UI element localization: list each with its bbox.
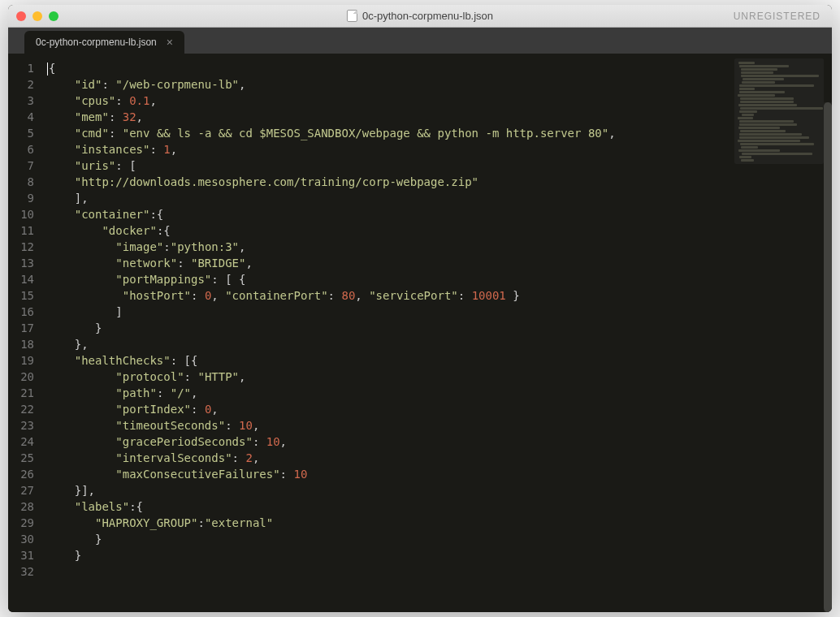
code-line[interactable]: "gracePeriodSeconds": 10, — [47, 434, 832, 450]
minimap-line — [741, 75, 820, 77]
minimap-line — [740, 143, 815, 145]
scrollbar-thumb[interactable] — [824, 102, 832, 612]
window-maximize-button[interactable] — [49, 11, 58, 21]
token-indent — [47, 403, 115, 416]
code-line[interactable]: "docker":{ — [47, 222, 832, 239]
token-punc: , — [149, 94, 156, 107]
token-indent — [47, 321, 95, 334]
token-indent — [47, 484, 75, 497]
token-punc: } — [95, 321, 102, 334]
code-line[interactable]: "mem": 32, — [47, 109, 832, 125]
line-number: 20 — [8, 369, 34, 385]
file-tab[interactable]: 0c-python-corpmenu-lb.json × — [24, 31, 184, 54]
token-punc: : — [157, 386, 171, 399]
minimap[interactable] — [734, 58, 824, 164]
line-number: 26 — [8, 466, 34, 482]
code-line[interactable]: ], — [47, 190, 832, 206]
token-punc: , — [211, 403, 218, 416]
token-str: "/" — [171, 386, 191, 399]
token-punc: : — [197, 516, 204, 529]
line-number: 27 — [8, 482, 34, 498]
minimap-line — [739, 91, 785, 93]
token-indent — [47, 143, 75, 156]
code-line[interactable]: "healthChecks": [{ — [47, 352, 832, 369]
code-line[interactable]: ] — [47, 304, 832, 320]
code-line[interactable]: "id": "/web-corpmenu-lb", — [47, 76, 832, 93]
text-caret — [47, 63, 48, 76]
token-key: "portMappings" — [115, 273, 211, 286]
token-punc: , — [245, 257, 252, 270]
token-str: "HTTP" — [197, 370, 239, 383]
registration-status: UNREGISTERED — [734, 11, 832, 22]
token-num: 2 — [245, 451, 252, 464]
token-punc: , — [171, 143, 177, 156]
token-key: "image" — [115, 240, 163, 253]
code-line[interactable]: "container":{ — [47, 206, 832, 222]
code-line[interactable]: "timeoutSeconds": 10, — [47, 417, 832, 434]
code-line[interactable]: "portMappings": [ { — [47, 271, 832, 287]
code-line[interactable]: "cmd": "env && ls -a && cd $MESOS_SANDBO… — [47, 125, 832, 141]
code-line[interactable]: "cpus": 0.1, — [47, 93, 832, 109]
token-punc: : — [163, 240, 170, 253]
code-line[interactable]: "image":"python:3", — [47, 239, 832, 255]
minimap-line — [741, 71, 774, 74]
code-line[interactable]: } — [47, 547, 832, 563]
token-num: 10001 — [472, 289, 506, 302]
token-key: "cmd" — [75, 127, 109, 140]
code-line[interactable]: }], — [47, 482, 832, 498]
line-number: 29 — [8, 515, 34, 531]
token-punc: : — [191, 403, 205, 416]
token-key: "container" — [75, 208, 150, 221]
code-line[interactable]: "intervalSeconds": 2, — [47, 450, 832, 466]
tab-close-icon[interactable]: × — [167, 37, 173, 48]
code-line[interactable]: } — [47, 320, 832, 336]
code-line[interactable]: "uris": [ — [47, 157, 832, 174]
code-line[interactable]: "instances": 1, — [47, 141, 832, 157]
minimap-line — [741, 146, 757, 149]
token-punc: : [{ — [171, 354, 198, 367]
editor-area[interactable]: 1234567891011121314151617181920212223242… — [8, 54, 832, 612]
token-punc: } — [95, 533, 102, 546]
code-line[interactable]: "network": "BRIDGE", — [47, 255, 832, 271]
token-punc: }, — [75, 338, 89, 351]
token-key: "network" — [115, 257, 177, 270]
code-line[interactable]: "hostPort": 0, "containerPort": 80, "ser… — [47, 287, 832, 304]
line-number: 2 — [8, 76, 34, 93]
line-number: 21 — [8, 385, 34, 401]
window-minimize-button[interactable] — [32, 11, 42, 21]
token-key: "containerPort" — [225, 289, 327, 302]
code-content[interactable]: { "id": "/web-corpmenu-lb", "cpus": 0.1,… — [41, 54, 832, 612]
minimap-line — [738, 62, 755, 64]
code-line[interactable]: { — [47, 60, 832, 76]
token-punc: : — [253, 435, 266, 448]
token-str: "/web-corpmenu-lb" — [115, 78, 239, 91]
line-number: 17 — [8, 320, 34, 336]
token-indent — [47, 386, 115, 399]
titlebar: 0c-python-corpmenu-lb.json UNREGISTERED — [8, 5, 832, 28]
window-close-button[interactable] — [16, 11, 26, 21]
code-line[interactable]: "http://downloads.mesosphere.com/trainin… — [47, 174, 832, 190]
code-line[interactable]: } — [47, 531, 832, 547]
token-num: 1 — [163, 143, 170, 156]
line-number: 28 — [8, 498, 34, 515]
code-line[interactable]: "path": "/", — [47, 385, 832, 401]
file-icon — [347, 10, 357, 22]
token-key: "mem" — [75, 110, 109, 123]
vertical-scrollbar[interactable] — [824, 102, 832, 612]
minimap-line — [740, 97, 794, 100]
code-line[interactable]: }, — [47, 336, 832, 352]
line-number: 30 — [8, 531, 34, 547]
token-key: "labels" — [75, 500, 129, 513]
code-line[interactable]: "maxConsecutiveFailures": 10 — [47, 466, 832, 482]
minimap-line — [740, 101, 794, 103]
line-number: 11 — [8, 222, 34, 239]
code-line[interactable]: "labels":{ — [47, 498, 832, 515]
code-line[interactable]: "HAPROXY_GROUP":"external" — [47, 515, 832, 531]
token-punc: : [ { — [211, 273, 245, 286]
code-line[interactable]: "portIndex": 0, — [47, 401, 832, 417]
minimap-line — [739, 88, 754, 90]
code-line[interactable] — [47, 563, 832, 580]
code-line[interactable]: "protocol": "HTTP", — [47, 369, 832, 385]
token-punc: : — [232, 451, 246, 464]
line-number: 14 — [8, 271, 34, 287]
